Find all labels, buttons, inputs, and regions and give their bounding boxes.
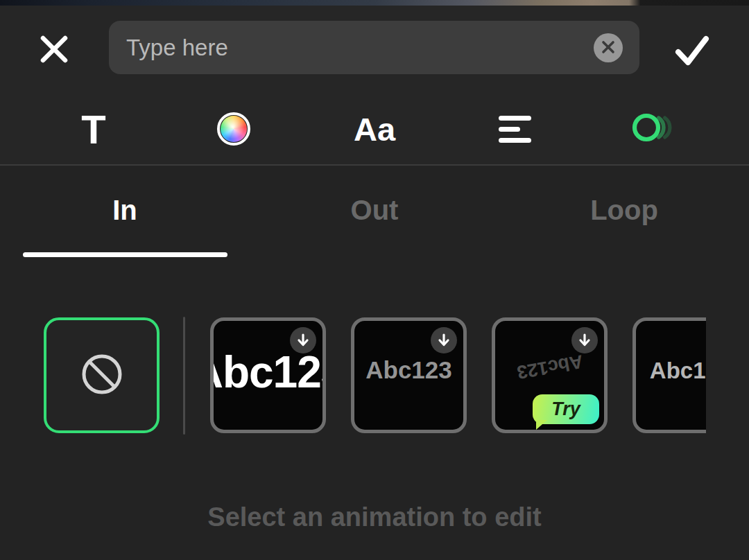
download-icon	[571, 327, 598, 353]
circle-x-icon	[601, 40, 616, 57]
tab-font[interactable]: Aa	[347, 101, 402, 157]
animation-none-option-selected[interactable]	[44, 317, 160, 433]
download-icon	[431, 327, 457, 353]
animation-thumbnail-4[interactable]: Abc123	[632, 317, 706, 433]
tab-in[interactable]: In	[0, 195, 250, 226]
animation-thumbnail-2[interactable]: Abc123	[351, 317, 467, 433]
animation-rings-icon	[630, 109, 681, 149]
text-editor-header: T Aa	[0, 6, 749, 166]
animation-thumbnail-3[interactable]: Abc123 Try	[492, 317, 608, 433]
font-aa-icon: Aa	[354, 110, 395, 148]
active-tab-underline	[23, 252, 227, 257]
animation-preview-text: Abc123	[365, 356, 452, 384]
tab-format[interactable]	[487, 101, 542, 157]
clear-text-button[interactable]	[594, 33, 623, 62]
animation-preview-text: Abc123	[210, 347, 326, 398]
tab-style[interactable]	[206, 101, 261, 157]
try-badge: Try	[533, 394, 599, 424]
download-icon	[290, 327, 316, 353]
tab-animation-active[interactable]	[628, 101, 683, 157]
hint-text: Select an animation to edit	[0, 502, 749, 532]
animation-thumbnail-1[interactable]: Abc123	[210, 317, 326, 433]
animation-panel: In Out Loop Abc123 Abc123	[0, 167, 749, 560]
animation-preview-text: Abc123	[650, 358, 706, 384]
tab-loop[interactable]: Loop	[499, 195, 749, 226]
keyboard-text-icon: T	[81, 106, 105, 152]
video-preview-sliver	[0, 0, 749, 6]
align-lines-icon	[499, 116, 531, 143]
animation-carousel[interactable]: Abc123 Abc123 Abc123	[0, 317, 706, 435]
confirm-button[interactable]	[670, 30, 714, 72]
tab-out[interactable]: Out	[250, 195, 499, 226]
tab-keyboard[interactable]: T	[66, 101, 121, 157]
text-animation-editor: { "header": { "close_icon": "close-x", "…	[0, 0, 749, 560]
close-button[interactable]	[36, 32, 72, 68]
close-icon	[37, 32, 71, 69]
carousel-divider	[183, 317, 185, 435]
checkmark-icon	[672, 33, 712, 71]
animation-preview-text: Abc123	[515, 350, 585, 383]
color-wheel-icon	[217, 112, 250, 146]
text-input[interactable]	[109, 21, 639, 74]
prohibited-icon	[79, 351, 125, 400]
animation-tabs: In Out Loop	[0, 195, 749, 226]
